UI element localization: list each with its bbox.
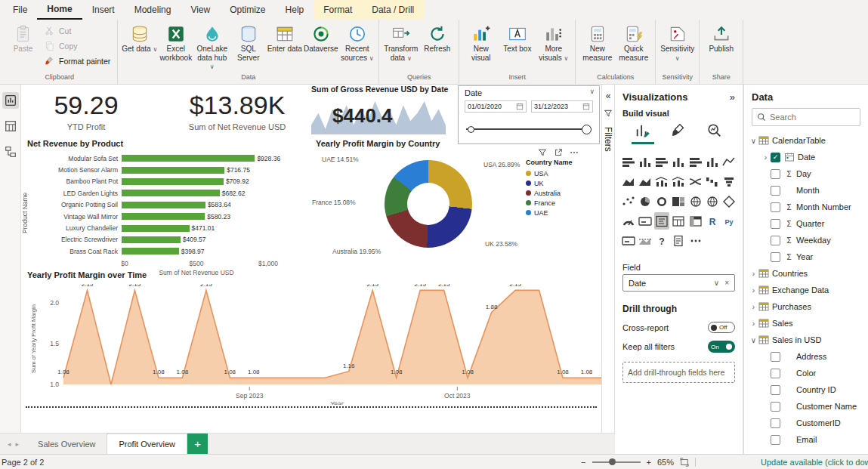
new-measure-button[interactable]: New measure: [579, 21, 615, 62]
excel-workbook-button[interactable]: Excel workbook: [158, 21, 193, 62]
visual-type-line-and-stacked-column[interactable]: [654, 173, 669, 190]
calendar-icon[interactable]: [516, 103, 524, 110]
start-date-input[interactable]: 01/01/2020: [465, 100, 527, 113]
bar-chart[interactable]: Modular Sofa Set$928.36Motion Sensor Ala…: [27, 153, 316, 281]
field-row-color[interactable]: Color: [744, 365, 868, 381]
field-checkbox[interactable]: ✓: [771, 153, 780, 162]
visual-type-filled-map[interactable]: [705, 193, 720, 210]
field-row-customer-name[interactable]: Customer Name: [744, 398, 868, 415]
legend-item-australia[interactable]: Australia: [526, 188, 591, 198]
zoom-slider-handle[interactable]: [609, 458, 616, 465]
field-row-calendartable[interactable]: ∨CalendarTable: [744, 132, 868, 149]
collapse-pane-icon[interactable]: »: [730, 91, 735, 103]
new-page-button[interactable]: +: [187, 434, 208, 454]
bar[interactable]: [122, 178, 224, 185]
enter-data-button[interactable]: Enter data: [267, 21, 302, 54]
date-range-slider[interactable]: [466, 122, 592, 136]
quick-measure-button[interactable]: Quick measure: [616, 21, 651, 62]
field-checkbox[interactable]: [771, 418, 780, 428]
visual-type-stacked-area[interactable]: [638, 173, 653, 190]
bar[interactable]: [122, 236, 181, 243]
paste-button[interactable]: Paste: [5, 21, 41, 54]
field-row-purchases[interactable]: ›Purchases: [744, 298, 868, 315]
filter-icon[interactable]: [538, 148, 547, 157]
legend-item-usa[interactable]: USA: [526, 168, 591, 178]
visual-type-pie[interactable]: [638, 193, 653, 210]
ribbon-tab-home[interactable]: Home: [37, 0, 82, 20]
visual-type-stacked-bar[interactable]: [621, 153, 636, 171]
ribbon-tab-file[interactable]: File: [3, 0, 37, 20]
field-row-month[interactable]: Month: [744, 182, 868, 199]
legend-item-france[interactable]: France: [526, 198, 591, 208]
ribbon-tab-view[interactable]: View: [181, 0, 220, 20]
calendar-icon[interactable]: [582, 103, 590, 110]
sql-server-button[interactable]: SQL Server: [230, 21, 266, 62]
field-well-date[interactable]: Date ∨×: [622, 274, 735, 292]
bar[interactable]: [122, 155, 255, 162]
visual-type-line[interactable]: [721, 153, 737, 171]
chevron-down-icon[interactable]: ∨: [589, 88, 595, 95]
zoom-in-button[interactable]: +: [647, 458, 651, 467]
visual-type-kpi[interactable]: [638, 232, 653, 249]
field-row-sales-in-usd[interactable]: ∨Sales in USD: [744, 332, 868, 348]
chevron-right-icon[interactable]: ›: [749, 319, 758, 328]
search-box[interactable]: [752, 108, 860, 126]
field-row-customerid[interactable]: CustomerID: [744, 415, 868, 431]
zoom-out-button[interactable]: −: [581, 458, 585, 467]
bar[interactable]: [122, 202, 205, 208]
field-checkbox[interactable]: [771, 169, 780, 179]
keep-all-filters-toggle[interactable]: On: [708, 341, 735, 353]
field-row-address[interactable]: Address: [744, 348, 868, 365]
prev-page-icon[interactable]: ◂: [8, 440, 11, 448]
more-options-icon[interactable]: [570, 148, 579, 157]
field-row-year[interactable]: ΣYear: [744, 248, 868, 265]
visual-type-r-script[interactable]: R: [705, 212, 720, 230]
bar-row-led-garden-lights[interactable]: LED Garden Lights$682.62: [27, 187, 316, 199]
transform-data-button[interactable]: Transform data ∨: [383, 21, 419, 62]
drill-through-dropzone[interactable]: Add drill-through fields here: [622, 362, 735, 383]
bar[interactable]: [122, 248, 179, 255]
text-box-button[interactable]: Text box: [499, 21, 535, 54]
visual-type-clustered-bar[interactable]: [654, 153, 669, 171]
visual-type-slicer[interactable]: [654, 212, 669, 230]
visual-type-map[interactable]: [688, 193, 703, 210]
visual-type-line-and-clustered-column[interactable]: [671, 173, 686, 190]
legend-item-uk[interactable]: UK: [526, 178, 591, 188]
sensitivity-button[interactable]: Sensitivity ∨: [659, 21, 695, 62]
bar[interactable]: [122, 225, 190, 232]
ribbon-tab-format[interactable]: Format: [314, 0, 362, 20]
slider-track[interactable]: [466, 128, 592, 130]
viz-tab-analytics[interactable]: [703, 122, 726, 144]
chevron-right-icon[interactable]: ›: [749, 303, 758, 311]
visual-type-stacked-column[interactable]: [638, 153, 653, 171]
page-tab-profit-overview[interactable]: Profit Overview: [107, 434, 187, 454]
visual-type-funnel[interactable]: [721, 173, 737, 190]
bar[interactable]: [122, 190, 220, 196]
bar-row-bamboo-plant-pot[interactable]: Bamboo Plant Pot$709.92: [27, 176, 316, 187]
update-notice-link[interactable]: Update available (click to dow: [761, 458, 868, 467]
visual-type-ribbon[interactable]: [688, 173, 703, 190]
field-checkbox[interactable]: [771, 236, 780, 245]
chevron-down-icon[interactable]: ∨: [749, 336, 758, 344]
expand-filters-icon[interactable]: «: [606, 91, 611, 101]
field-row-quarter[interactable]: ΣQuarter: [744, 215, 868, 232]
new-visual-button[interactable]: New visual: [463, 21, 499, 62]
field-checkbox[interactable]: [771, 252, 780, 262]
format-painter-button[interactable]: Format painter: [42, 54, 113, 68]
bar-row-organic-potting-soil[interactable]: Organic Potting Soil$583.64: [27, 199, 316, 211]
bar-row-vintage-wall-mirror[interactable]: Vintage Wall Mirror$580.23: [27, 211, 316, 222]
zoom-slider[interactable]: [592, 461, 641, 463]
cut-button[interactable]: Cut: [42, 24, 113, 38]
report-view-button[interactable]: [2, 92, 19, 109]
model-view-button[interactable]: [2, 143, 19, 160]
dataverse-button[interactable]: Dataverse: [303, 21, 338, 54]
bar-row-luxury-chandelier[interactable]: Luxury Chandelier$471.01: [27, 222, 316, 233]
field-row-month-number[interactable]: ΣMonth Number: [744, 199, 868, 215]
kpi-card-ytd-profit[interactable]: 59.29 YTD Profit: [39, 91, 133, 131]
visual-type-card[interactable]: [638, 212, 653, 230]
field-checkbox[interactable]: [771, 435, 780, 445]
cross-report-toggle[interactable]: Off: [708, 322, 735, 333]
viz-tab-build[interactable]: [632, 122, 654, 144]
field-checkbox[interactable]: [771, 202, 780, 212]
field-checkbox[interactable]: [771, 385, 780, 395]
